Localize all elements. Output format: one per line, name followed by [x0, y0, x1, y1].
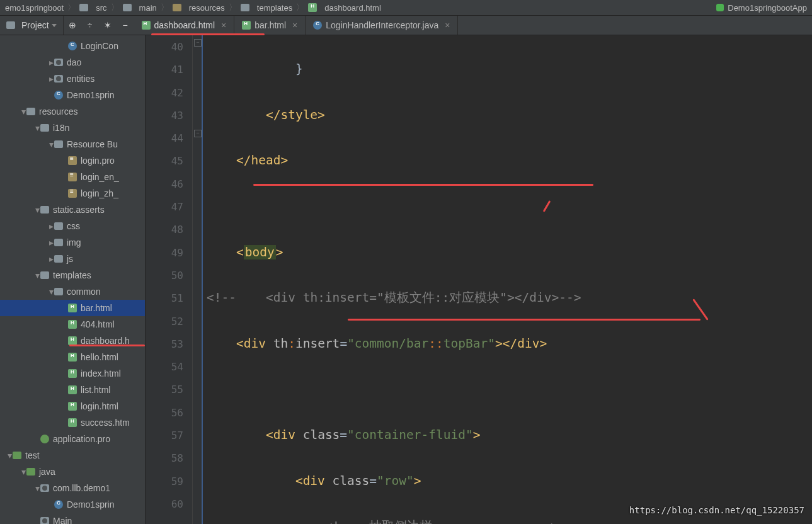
line-number[interactable]: 44 [146, 127, 183, 150]
line-number[interactable]: 42 [146, 82, 183, 105]
tree-row[interactable]: login.pro [0, 152, 145, 169]
locate-icon[interactable]: ⊕ [64, 16, 81, 35]
hide-icon[interactable]: − [117, 16, 134, 35]
code-editor[interactable]: 4041424344454647484950515253545556575859… [146, 35, 812, 524]
tree-row[interactable]: Main [0, 513, 145, 524]
tree-row[interactable]: js [0, 251, 145, 267]
tree-row[interactable]: application.pro [0, 431, 145, 447]
tree-row[interactable]: com.llb.demo1 [0, 480, 145, 496]
tree-row[interactable]: login_en_ [0, 169, 145, 185]
line-number[interactable]: 59 [146, 470, 183, 493]
breadcrumb[interactable]: emo1springboot〉 src〉 main〉 resources〉 te… [5, 2, 381, 13]
tree-row[interactable]: css [0, 218, 145, 234]
tree-label: i18n [53, 123, 69, 133]
tree-row[interactable]: dao [0, 54, 145, 71]
tree-arrow[interactable] [6, 450, 13, 460]
tree-row[interactable]: i18n [0, 120, 145, 136]
bc-seg[interactable]: main [139, 3, 157, 13]
bc-seg[interactable]: templates [257, 3, 292, 13]
bc-seg[interactable]: dashboard.html [324, 3, 381, 13]
line-number[interactable]: 57 [146, 424, 183, 447]
tree-row[interactable]: static.asserts [0, 202, 145, 218]
prop-icon [68, 156, 77, 165]
line-number[interactable]: 51 [146, 287, 183, 310]
line-number[interactable]: 43 [146, 105, 183, 127]
line-number[interactable]: 46 [146, 173, 183, 196]
tree-arrow[interactable] [34, 123, 40, 133]
fold-gutter[interactable]: − − [193, 35, 203, 524]
line-number[interactable]: 48 [146, 219, 183, 241]
tab-dashboard[interactable]: dashboard.html × [134, 16, 235, 35]
bc-seg[interactable]: resources [189, 3, 225, 13]
tree-row[interactable]: bar.html [0, 300, 145, 316]
project-tree[interactable]: LoginCondaoentitiesDemo1sprinresourcesi1… [0, 35, 146, 524]
tree-row[interactable]: entities [0, 71, 145, 87]
tree-row[interactable]: index.html [0, 365, 145, 382]
tab-interceptor[interactable]: LoginHandlerInterceptor.java × [306, 16, 458, 35]
tree-row[interactable]: common [0, 283, 145, 300]
bc-seg[interactable]: emo1springboot [5, 3, 64, 13]
bc-seg[interactable]: src [96, 3, 106, 13]
tree-row[interactable]: 404.html [0, 316, 145, 333]
tree-row[interactable]: login.html [0, 398, 145, 414]
tree-row[interactable]: login_zh_ [0, 185, 145, 202]
tree-label: img [67, 237, 81, 248]
tree-arrow[interactable] [48, 139, 54, 149]
tree-row[interactable]: Demo1sprin [0, 87, 145, 103]
tab-label: dashboard.html [154, 20, 215, 30]
run-config-selector[interactable]: Demo1springbootApp [716, 3, 807, 13]
line-number[interactable]: 52 [146, 310, 183, 333]
tree-row[interactable]: Demo1sprin [0, 496, 145, 513]
tree-arrow[interactable] [34, 483, 40, 493]
tab-bar[interactable]: bar.html × [234, 16, 306, 35]
gear-icon[interactable]: ✶ [99, 16, 117, 35]
tree-row[interactable]: hello.html [0, 349, 145, 365]
tree-row[interactable]: success.htm [0, 414, 145, 431]
tree-arrow[interactable] [48, 57, 54, 67]
tree-arrow[interactable] [48, 287, 54, 297]
project-tool-window-header[interactable]: Project [0, 16, 64, 35]
line-number[interactable]: 41 [146, 59, 183, 81]
tree-row[interactable]: java [0, 464, 145, 480]
pkg-icon [40, 517, 49, 524]
tree-row[interactable]: Resource Bu [0, 136, 145, 152]
java-icon [68, 42, 77, 50]
line-number[interactable]: 53 [146, 333, 183, 356]
line-gutter[interactable]: 4041424344454647484950515253545556575859… [146, 35, 193, 524]
tree-row[interactable]: resources [0, 103, 145, 120]
collapse-icon[interactable]: ÷ [81, 16, 99, 35]
tree-arrow[interactable] [34, 270, 40, 280]
line-number[interactable]: 40 [146, 36, 183, 59]
tree-arrow[interactable] [20, 467, 26, 477]
spring-icon [716, 4, 724, 11]
tree-row[interactable]: list.html [0, 382, 145, 398]
folder-icon [54, 222, 63, 230]
close-icon[interactable]: × [292, 20, 297, 30]
line-number[interactable]: 60 [146, 493, 183, 516]
tree-row[interactable]: dashboard.h [0, 333, 145, 349]
tree-row[interactable]: img [0, 234, 145, 251]
fold-marker[interactable]: − [194, 130, 202, 137]
close-icon[interactable]: × [445, 20, 450, 30]
tree-row[interactable]: LoginCon [0, 38, 145, 54]
line-number[interactable]: 58 [146, 447, 183, 470]
tree-arrow[interactable] [20, 106, 26, 117]
line-number[interactable]: 45 [146, 150, 183, 173]
line-number[interactable]: 47 [146, 196, 183, 219]
line-number[interactable]: 54 [146, 356, 183, 379]
tree-arrow[interactable] [34, 205, 40, 215]
tree-arrow[interactable] [48, 254, 54, 264]
fold-marker[interactable]: − [194, 39, 202, 47]
tree-arrow[interactable] [48, 74, 54, 84]
close-icon[interactable]: × [221, 20, 226, 30]
tree-arrow[interactable] [48, 237, 54, 248]
line-number[interactable]: 50 [146, 265, 183, 287]
html-icon [68, 369, 77, 378]
code-area[interactable]: } </style> </head> <body> <!-- <div th:i… [203, 35, 812, 524]
tree-arrow[interactable] [48, 221, 54, 231]
tree-row[interactable]: test [0, 447, 145, 464]
line-number[interactable]: 49 [146, 242, 183, 265]
line-number[interactable]: 55 [146, 379, 183, 401]
line-number[interactable]: 56 [146, 402, 183, 424]
tree-row[interactable]: templates [0, 267, 145, 283]
